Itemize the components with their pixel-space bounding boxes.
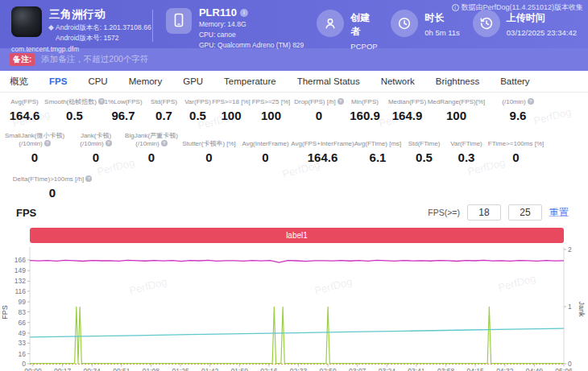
phone-icon — [166, 8, 192, 34]
stat-value: 6.1 — [352, 150, 404, 164]
device-cpu: CPU: canoe — [199, 31, 304, 39]
stat-Jank(): Jank(卡顿)(/10min)?0 — [69, 130, 122, 164]
app-package: com.tencent.tmgp.dfm — [11, 45, 152, 53]
svg-text:01:08: 01:08 — [143, 367, 160, 371]
help-icon[interactable]: ? — [85, 175, 92, 182]
help-icon[interactable]: ? — [44, 140, 51, 146]
device-block: PLR110 i Memory: 14.8G CPU: canoe GPU: Q… — [166, 6, 304, 50]
report-header: i 数据由PerfDog(11.4.251012)版本收集 三角洲行动 Andr… — [0, 0, 588, 48]
stat-(/10min): (/10min)?9.6 — [484, 96, 552, 122]
tab-GPU[interactable]: GPU — [183, 76, 203, 86]
svg-text:03:24: 03:24 — [379, 367, 396, 371]
fps-section-header: FPS FPS(>=) 重置 — [0, 197, 588, 228]
stat-Var(FPS): Var(FPS)0.5 — [181, 96, 214, 122]
svg-text:99: 99 — [19, 298, 27, 306]
tab-Thermal Status[interactable]: Thermal Status — [297, 76, 360, 86]
tab-Temperature[interactable]: Temperature — [224, 76, 276, 86]
fps-chart[interactable]: 1661491321169983664933160210FPSJank00:00… — [0, 245, 588, 371]
svg-text:83: 83 — [19, 308, 27, 316]
stat-Stutter()%: Stutter(卡顿率) [%]0 — [180, 130, 238, 164]
svg-text:03:41: 03:41 — [408, 367, 425, 371]
help-icon[interactable]: ? — [161, 140, 168, 146]
creator-label: 创建者 — [350, 11, 378, 39]
stat-FPS>=18%: FPS>=18 [%]100 — [214, 96, 248, 122]
svg-text:16: 16 — [19, 350, 27, 358]
stat-value: 0.5 — [404, 150, 445, 164]
svg-text:66: 66 — [19, 319, 27, 327]
svg-text:02:16: 02:16 — [260, 367, 278, 371]
svg-text:00:34: 00:34 — [84, 367, 101, 371]
device-name: PLR110 — [199, 6, 237, 19]
fps-stats: Avg(FPS)164.6Smooth(稳帧指数)?0.51%Low(FPS)9… — [0, 93, 588, 197]
fps-threshold-input-1[interactable] — [467, 204, 501, 221]
svg-text:2: 2 — [568, 245, 572, 254]
device-memory: Memory: 14.8G — [199, 20, 304, 29]
stat-value: 0 — [69, 150, 122, 164]
svg-text:49: 49 — [19, 329, 27, 337]
banner-row: label1 — [0, 228, 588, 245]
android-version-code: Android版本号: 1572 — [56, 34, 118, 43]
tab-FPS[interactable]: FPS — [49, 76, 67, 86]
stat-value: 0.7 — [147, 109, 181, 122]
svg-text:05:06: 05:06 — [555, 367, 573, 371]
help-icon[interactable]: ? — [106, 140, 112, 146]
stat-value: 164.9 — [386, 109, 429, 122]
stat-value: 100 — [248, 109, 294, 122]
fps-chart-area: 1661491321169983664933160210FPSJank00:00… — [0, 245, 588, 371]
tab-概览[interactable]: 概览 — [10, 76, 28, 88]
svg-text:01:25: 01:25 — [172, 367, 189, 371]
tab-CPU[interactable]: CPU — [88, 76, 107, 86]
history-clock-icon — [473, 10, 500, 37]
stat-FPS>=25%: FPS>=25 [%]100 — [248, 96, 294, 122]
upload-time-label: 上传时间 — [507, 11, 577, 25]
svg-text:00:17: 00:17 — [54, 367, 72, 371]
collect-note: i 数据由PerfDog(11.4.251012)版本收集 — [452, 2, 583, 13]
note-label: 备注: — [10, 53, 35, 66]
stat-value: 0 — [122, 150, 180, 164]
reset-button[interactable]: 重置 — [549, 206, 569, 220]
tab-Brightness[interactable]: Brightness — [436, 76, 479, 86]
help-icon[interactable]: ? — [528, 98, 534, 105]
fps-threshold-label: FPS(>=) — [428, 208, 460, 217]
stat-value: 100 — [429, 109, 484, 122]
creator-block: 创建者 PCPOP — [317, 6, 378, 51]
tab-Memory[interactable]: Memory — [129, 76, 163, 86]
device-info-icon[interactable]: i — [240, 9, 248, 17]
tab-bar: 概览FPSCPUMemoryGPUTemperatureThermal Stat… — [0, 71, 588, 93]
duration-label: 时长 — [424, 11, 460, 25]
duration-value: 0h 5m 11s — [424, 28, 460, 37]
stat-FTime>=100ms%: FTime>=100ms [%]0 — [488, 130, 544, 164]
svg-text:00:51: 00:51 — [113, 367, 130, 371]
svg-text:00:00: 00:00 — [24, 367, 42, 371]
app-block: 三角洲行动 Android版本名: 1.201.37108.66 Android… — [11, 6, 152, 53]
svg-text:04:32: 04:32 — [496, 367, 514, 371]
stat-value: 0.3 — [445, 150, 488, 164]
creator-value: PCPOP — [350, 42, 378, 51]
svg-text:03:07: 03:07 — [349, 367, 366, 371]
svg-text:Jank: Jank — [578, 301, 586, 317]
stat-Std(FTime): Std(FTime)0.5 — [404, 130, 445, 164]
svg-text:02:50: 02:50 — [319, 367, 337, 371]
stat-Smooth(): Smooth(稳帧指数)?0.5 — [49, 96, 100, 122]
stat-Var(FTime): Var(FTime)0.3 — [445, 130, 488, 164]
stats-row-3: Delta(FTime)>100ms [/h]?0 — [0, 174, 588, 200]
note-input[interactable]: 添加备注，不超过200个字符 — [41, 54, 148, 65]
clock-icon — [391, 10, 418, 37]
help-icon[interactable]: ? — [337, 98, 344, 105]
stat-value: 9.6 — [484, 109, 552, 122]
svg-text:33: 33 — [19, 339, 27, 347]
stats-row-2: SmallJank(微小卡顿)(/10min)?0Jank(卡顿)(/10min… — [0, 130, 588, 164]
stat-value: 0 — [294, 109, 344, 122]
collect-note-text: 数据由PerfDog(11.4.251012)版本收集 — [462, 2, 583, 13]
svg-text:1: 1 — [568, 303, 572, 311]
stat-value: 0 — [180, 150, 238, 164]
app-avatar — [11, 6, 42, 37]
stat-Std(FPS): Std(FPS)0.7 — [147, 96, 181, 122]
stat-value: 164.6 — [0, 109, 49, 122]
android-version-name: Android版本名: 1.201.37108.66 — [56, 23, 151, 32]
stat-value: 0 — [488, 150, 544, 164]
fps-threshold-input-2[interactable] — [508, 204, 542, 221]
tab-Battery[interactable]: Battery — [500, 76, 529, 86]
stat-value: 0 — [0, 150, 69, 164]
tab-Network[interactable]: Network — [381, 76, 415, 86]
